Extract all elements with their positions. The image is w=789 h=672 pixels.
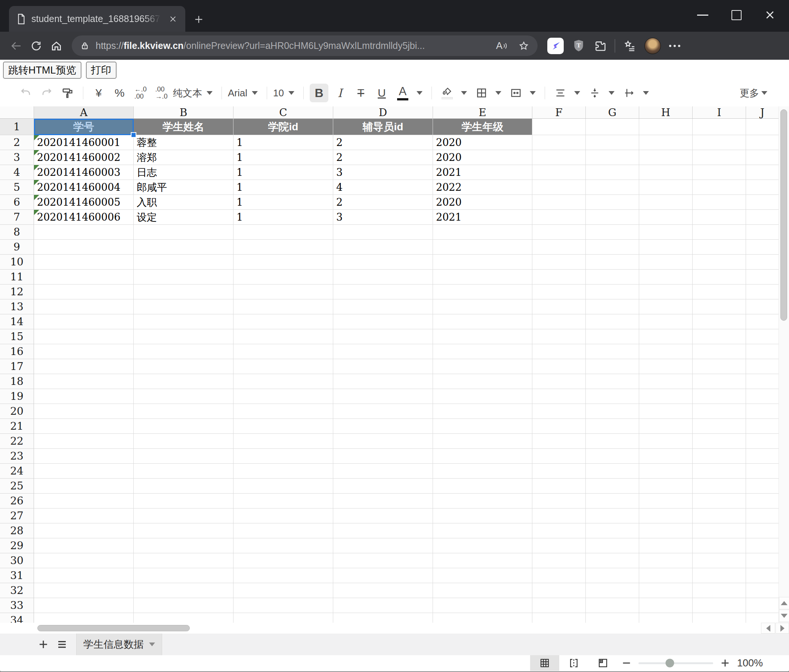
cell-C2[interactable]: 1 <box>233 135 333 150</box>
sheet-list-icon[interactable] <box>54 637 69 652</box>
cell-J25[interactable] <box>746 479 779 494</box>
row-header-32[interactable]: 32 <box>0 583 34 598</box>
cell-E32[interactable] <box>433 583 532 598</box>
cell-E2[interactable]: 2020 <box>433 135 532 150</box>
cell-B27[interactable] <box>134 508 233 524</box>
cell-A10[interactable] <box>34 255 134 269</box>
cell-C32[interactable] <box>233 583 333 598</box>
cell-J7[interactable] <box>746 210 779 225</box>
cell-C28[interactable] <box>233 524 333 538</box>
cell-C29[interactable] <box>233 538 333 553</box>
cell-J3[interactable] <box>746 150 779 165</box>
cell-H26[interactable] <box>639 494 693 508</box>
row-header-4[interactable]: 4 <box>0 165 34 180</box>
cell-H16[interactable] <box>639 344 693 359</box>
chevron-down-icon[interactable] <box>643 91 649 95</box>
cell-F27[interactable] <box>532 508 586 524</box>
cell-G10[interactable] <box>586 255 639 269</box>
grid-corner[interactable] <box>0 107 34 119</box>
cell-J33[interactable] <box>746 598 779 613</box>
cell-H27[interactable] <box>639 508 693 524</box>
chevron-down-icon[interactable] <box>609 91 615 95</box>
cell-B17[interactable] <box>134 359 233 374</box>
cell-G26[interactable] <box>586 494 639 508</box>
cell-J11[interactable] <box>746 269 779 285</box>
cell-D18[interactable] <box>333 374 433 389</box>
cell-A32[interactable] <box>34 583 134 598</box>
cell-I20[interactable] <box>693 404 746 419</box>
cell-B28[interactable] <box>134 524 233 538</box>
cell-B14[interactable] <box>134 314 233 329</box>
cell-J1[interactable] <box>746 119 779 135</box>
cell-E22[interactable] <box>433 434 532 449</box>
cell-J24[interactable] <box>746 464 779 479</box>
cell-H4[interactable] <box>639 165 693 180</box>
cell-F17[interactable] <box>532 359 586 374</box>
cell-I3[interactable] <box>693 150 746 165</box>
add-sheet-icon[interactable] <box>36 637 51 652</box>
cell-E8[interactable] <box>433 225 532 240</box>
cell-C9[interactable] <box>233 240 333 255</box>
row-header-31[interactable]: 31 <box>0 568 34 583</box>
cell-A33[interactable] <box>34 598 134 613</box>
cell-D6[interactable]: 2 <box>333 195 433 210</box>
zoom-slider-thumb[interactable] <box>665 659 674 667</box>
cell-H13[interactable] <box>639 299 693 314</box>
cell-D31[interactable] <box>333 568 433 583</box>
cell-C6[interactable]: 1 <box>233 195 333 210</box>
cell-H19[interactable] <box>639 389 693 404</box>
cell-J27[interactable] <box>746 508 779 524</box>
cell-G13[interactable] <box>586 299 639 314</box>
cell-A22[interactable] <box>34 434 134 449</box>
cell-B10[interactable] <box>134 255 233 269</box>
column-header-F[interactable]: F <box>532 107 586 119</box>
cell-G24[interactable] <box>586 464 639 479</box>
minimize-button[interactable] <box>686 2 720 28</box>
cell-A27[interactable] <box>34 508 134 524</box>
cell-E29[interactable] <box>433 538 532 553</box>
row-header-1[interactable]: 1 <box>0 119 34 135</box>
cell-G17[interactable] <box>586 359 639 374</box>
cell-G14[interactable] <box>586 314 639 329</box>
underline-button[interactable]: U <box>372 84 391 102</box>
cell-G8[interactable] <box>586 225 639 240</box>
cell-G11[interactable] <box>586 269 639 285</box>
cell-H14[interactable] <box>639 314 693 329</box>
row-header-21[interactable]: 21 <box>0 419 34 434</box>
cell-A30[interactable] <box>34 553 134 568</box>
column-header-G[interactable]: G <box>586 107 639 119</box>
cell-C8[interactable] <box>233 225 333 240</box>
cell-A16[interactable] <box>34 344 134 359</box>
row-header-29[interactable]: 29 <box>0 538 34 553</box>
scroll-down-button[interactable] <box>779 610 789 622</box>
decrease-decimal-button[interactable]: ←.0.00 <box>131 84 150 102</box>
cell-A4[interactable]: 2020141460003 <box>34 165 134 180</box>
cell-A23[interactable] <box>34 449 134 464</box>
cell-C18[interactable] <box>233 374 333 389</box>
cell-H3[interactable] <box>639 150 693 165</box>
cell-A26[interactable] <box>34 494 134 508</box>
cell-C14[interactable] <box>233 314 333 329</box>
collections-icon[interactable] <box>623 40 636 52</box>
cell-A12[interactable] <box>34 285 134 299</box>
cell-J14[interactable] <box>746 314 779 329</box>
cell-B15[interactable] <box>134 329 233 344</box>
cell-G18[interactable] <box>586 374 639 389</box>
cell-H23[interactable] <box>639 449 693 464</box>
cell-D28[interactable] <box>333 524 433 538</box>
redo-icon[interactable] <box>37 84 56 102</box>
cell-B22[interactable] <box>134 434 233 449</box>
column-header-I[interactable]: I <box>693 107 746 119</box>
bird-extension-icon[interactable] <box>547 38 564 54</box>
cell-D8[interactable] <box>333 225 433 240</box>
cell-C4[interactable]: 1 <box>233 165 333 180</box>
row-header-20[interactable]: 20 <box>0 404 34 419</box>
cell-C31[interactable] <box>233 568 333 583</box>
cell-D29[interactable] <box>333 538 433 553</box>
cell-B11[interactable] <box>134 269 233 285</box>
font-family-dropdown[interactable]: Arial <box>228 84 247 102</box>
column-header-C[interactable]: C <box>233 107 333 119</box>
cell-I28[interactable] <box>693 524 746 538</box>
chevron-down-icon[interactable] <box>461 91 467 95</box>
cell-F11[interactable] <box>532 269 586 285</box>
